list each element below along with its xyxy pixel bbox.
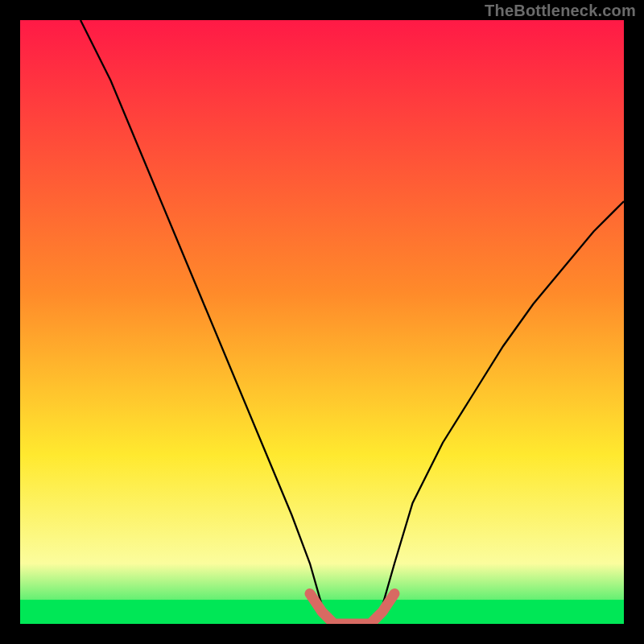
chart-container: TheBottleneck.com xyxy=(0,0,644,644)
watermark-text: TheBottleneck.com xyxy=(485,2,636,20)
plot-area xyxy=(20,20,624,624)
bottleneck-chart xyxy=(20,20,624,624)
gradient-background xyxy=(20,20,624,624)
